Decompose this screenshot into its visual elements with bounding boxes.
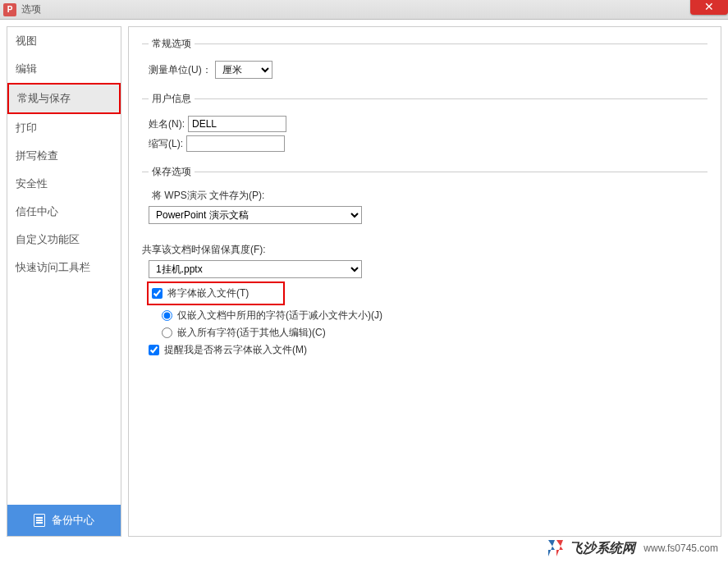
close-icon: ✕: [704, 0, 714, 13]
titlebar: P 选项 ✕: [0, 0, 728, 20]
embed-all-radio[interactable]: [162, 327, 172, 338]
general-options-group: 常规选项 测量单位(U)： 厘米: [142, 37, 707, 85]
svg-marker-0: [548, 540, 555, 556]
fidelity-select[interactable]: 1挂机.pptx: [149, 260, 362, 278]
sidebar-item-spellcheck[interactable]: 拼写检查: [7, 142, 121, 170]
app-icon: P: [3, 3, 16, 16]
name-input[interactable]: [188, 116, 286, 132]
sidebar-item-security[interactable]: 安全性: [7, 170, 121, 198]
window-title: 选项: [21, 2, 41, 16]
remind-cloud-checkbox[interactable]: [149, 345, 159, 355]
remind-cloud-label: 提醒我是否将云字体嵌入文件(M): [164, 343, 307, 357]
measure-unit-select[interactable]: 厘米: [215, 61, 272, 79]
abbr-input[interactable]: [186, 135, 285, 152]
save-as-label: 将 WPS演示 文件存为(P):: [152, 189, 264, 203]
dialog-body: 视图 编辑 常规与保存 打印 拼写检查 安全性 信任中心 自定义功能区 快速访问…: [0, 20, 728, 543]
general-options-legend: 常规选项: [149, 37, 195, 51]
sidebar-item-view[interactable]: 视图: [7, 27, 121, 55]
abbr-label: 缩写(L):: [149, 137, 183, 151]
save-options-group: 保存选项 将 WPS演示 文件存为(P): PowerPoint 演示文稿: [142, 165, 707, 231]
embed-fonts-highlight: 将字体嵌入文件(T): [147, 282, 285, 305]
watermark: 飞沙系统网 www.fs0745.com: [545, 538, 718, 558]
save-as-select[interactable]: PowerPoint 演示文稿: [149, 206, 362, 224]
save-options-legend: 保存选项: [149, 165, 195, 179]
sidebar-item-trust-center[interactable]: 信任中心: [7, 198, 121, 226]
sidebar-item-edit[interactable]: 编辑: [7, 55, 121, 83]
watermark-icon: [545, 538, 565, 558]
svg-marker-1: [556, 540, 563, 556]
sidebar-item-customize-ribbon[interactable]: 自定义功能区: [7, 226, 121, 254]
document-icon: [34, 514, 45, 527]
fidelity-label: 共享该文档时保留保真度(F):: [142, 243, 266, 257]
embed-fonts-label: 将字体嵌入文件(T): [167, 286, 249, 300]
embed-all-label: 嵌入所有字符(适于其他人编辑)(C): [177, 326, 326, 340]
sidebar-item-print[interactable]: 打印: [7, 114, 121, 142]
embed-only-used-label: 仅嵌入文档中所用的字符(适于减小文件大小)(J): [177, 309, 382, 323]
content-panel: 常规选项 测量单位(U)： 厘米 用户信息 姓名(N): 缩写(L): 保存选项: [128, 26, 721, 537]
embed-fonts-checkbox[interactable]: [152, 288, 163, 299]
backup-center-button[interactable]: 备份中心: [7, 505, 121, 536]
embed-only-used-radio[interactable]: [162, 310, 172, 321]
watermark-url: www.fs0745.com: [643, 542, 718, 554]
name-label: 姓名(N):: [149, 117, 185, 131]
sidebar: 视图 编辑 常规与保存 打印 拼写检查 安全性 信任中心 自定义功能区 快速访问…: [7, 26, 121, 537]
sidebar-item-general-save[interactable]: 常规与保存: [7, 83, 121, 114]
sidebar-item-quick-access[interactable]: 快速访问工具栏: [7, 254, 121, 282]
backup-center-label: 备份中心: [52, 513, 94, 528]
close-button[interactable]: ✕: [690, 0, 728, 15]
user-info-legend: 用户信息: [149, 92, 195, 106]
watermark-text: 飞沙系统网: [570, 540, 635, 557]
measure-unit-label: 测量单位(U)：: [149, 63, 212, 77]
user-info-group: 用户信息 姓名(N): 缩写(L):: [142, 92, 707, 158]
